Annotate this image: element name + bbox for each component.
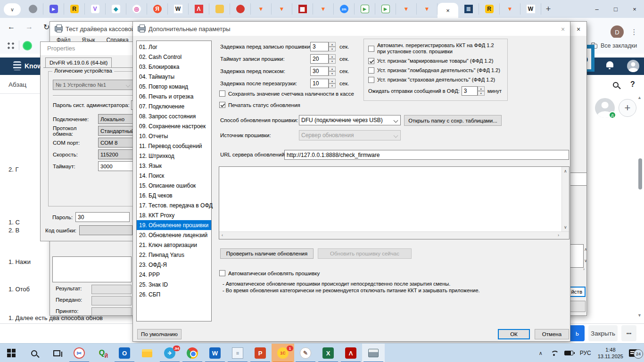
scroll-right-icon[interactable]: ›: [558, 233, 559, 238]
snipping-tool-button[interactable]: ✂: [68, 344, 91, 362]
vertical-scrollbar[interactable]: ∧ ∨: [561, 167, 569, 231]
category-list-item[interactable]: 15. Описание ошибок: [137, 181, 211, 190]
cancel-button[interactable]: Отмена: [535, 329, 569, 339]
outlook-button[interactable]: O: [113, 344, 136, 362]
setting-value[interactable]: 3000: [98, 161, 134, 171]
category-list-item[interactable]: 03. Блокировка: [137, 62, 211, 72]
scroll-down-icon[interactable]: ∨: [564, 225, 567, 230]
auto-update-checkbox[interactable]: [219, 270, 225, 276]
open-saved-tables-button[interactable]: Открыть папку с сохр. таблицами...: [404, 115, 502, 126]
back-button[interactable]: ←: [8, 23, 15, 31]
delay-input[interactable]: 3: [310, 42, 329, 51]
setting-value[interactable]: COM 8: [98, 138, 134, 148]
side-scroll-right-icon[interactable]: ›: [583, 267, 585, 272]
side-scroll-up-icon[interactable]: ∧: [584, 247, 587, 252]
spin-up-icon[interactable]: ▲: [329, 42, 336, 47]
firmware-source-select[interactable]: Сервер обновления: [299, 130, 401, 140]
ofd-wait-input[interactable]: 3: [462, 86, 478, 96]
battery-icon[interactable]: [564, 351, 573, 355]
acrobat-button[interactable]: Λ: [339, 344, 362, 362]
member-avatar[interactable]: д: [595, 98, 615, 118]
apps-grid-icon[interactable]: [7, 41, 14, 49]
spin-down-icon[interactable]: ▼: [329, 83, 336, 88]
page-close-button[interactable]: Закрыть: [588, 325, 618, 341]
spinner-control[interactable]: ▲▼: [329, 79, 336, 88]
window-minimize-button[interactable]: –: [587, 0, 606, 18]
excel-button[interactable]: X: [317, 344, 339, 362]
side-scroll-down-icon[interactable]: ∨: [584, 258, 587, 263]
dialog-titlebar[interactable]: Дополнительные параметры: [133, 22, 570, 36]
driver-test-close-icon[interactable]: ×: [574, 25, 583, 33]
page-more-button[interactable]: •••: [621, 325, 636, 341]
category-list-item[interactable]: 04. Таймауты: [137, 72, 211, 82]
category-list-item[interactable]: 11. Перевод сообщений: [137, 141, 211, 151]
word-button[interactable]: W: [204, 344, 226, 362]
tab-search-button[interactable]: ∨: [4, 3, 21, 16]
scroll-up-icon[interactable]: ∧: [564, 169, 567, 173]
reload-button[interactable]: ↻: [43, 23, 50, 32]
category-list-item[interactable]: 10. Отчеты: [137, 131, 211, 141]
browser-menu-icon[interactable]: ⋮: [630, 25, 638, 39]
ok-button[interactable]: ОК: [498, 329, 530, 339]
setting-value[interactable]: 115200: [98, 149, 134, 159]
category-list-item[interactable]: 22. Пинпад Yarus: [137, 250, 211, 260]
update-log-area[interactable]: ∧ ∨ ‹ ›: [219, 166, 570, 239]
window-maximize-button[interactable]: □: [606, 0, 625, 18]
spin-up-icon[interactable]: ▲: [329, 54, 336, 59]
horizontal-scrollbar[interactable]: ‹ ›: [219, 231, 569, 239]
category-list-item[interactable]: 02. Cash Control: [137, 52, 211, 62]
clock[interactable]: 1:4813.11.2025: [598, 346, 623, 360]
check-update-button[interactable]: Проверить наличие обновления: [220, 248, 314, 259]
driver-version-tab[interactable]: DrvFR v6.19.0.6 (64-bit): [45, 58, 112, 67]
print-status-checkbox[interactable]: [219, 102, 225, 108]
scroll-left-icon[interactable]: ‹: [222, 233, 223, 238]
active-tab[interactable]: ×: [438, 3, 458, 18]
taskbar-search-button[interactable]: [23, 344, 45, 362]
category-list-item[interactable]: 16. БД чеков: [137, 190, 211, 200]
ffd-checkbox[interactable]: [368, 46, 374, 52]
category-list-item[interactable]: 21. Ключ авторизации: [137, 240, 211, 250]
telegram-button[interactable]: ✈.94: [158, 344, 181, 362]
spin-up-icon[interactable]: ▲: [329, 66, 336, 71]
category-list-item[interactable]: 23. ОФД-Я: [137, 260, 211, 270]
category-list-item[interactable]: 01. Лог: [137, 42, 211, 52]
ffd-checkbox[interactable]: [368, 67, 374, 74]
spin-up-icon[interactable]: ▲: [478, 86, 485, 91]
close-tab-icon[interactable]: ×: [446, 7, 450, 14]
device-select[interactable]: № 1 Устройство №1: [53, 80, 133, 90]
spinner-control[interactable]: ▲▼: [329, 42, 336, 51]
category-list-item[interactable]: 25. Знак ID: [137, 280, 211, 289]
category-list-item[interactable]: 19. Обновление прошивки: [137, 220, 211, 230]
spinner-control[interactable]: ▲▼: [478, 86, 485, 96]
setting-value[interactable]: Локально: [98, 114, 134, 124]
category-list-item[interactable]: 12. Штрихкод: [137, 151, 211, 161]
help-icon[interactable]: ?: [630, 80, 635, 89]
page-scroll-down-icon[interactable]: ▼: [637, 313, 642, 318]
category-list-item[interactable]: 17. Тестов. передача в ОФД: [137, 200, 211, 210]
start-button[interactable]: [0, 344, 23, 362]
category-list-item[interactable]: 07. Подключение: [137, 101, 211, 111]
translator-button[interactable]: QЙ: [91, 344, 113, 362]
delay-input[interactable]: 30: [310, 66, 329, 76]
delay-input[interactable]: 10: [310, 79, 329, 88]
spin-down-icon[interactable]: ▼: [478, 91, 485, 96]
category-list-item[interactable]: 09. Сохранение настроек: [137, 121, 211, 131]
password-input[interactable]: 30: [75, 212, 130, 222]
category-list-item[interactable]: 08. Запрос состояния: [137, 111, 211, 121]
chrome-button[interactable]: [181, 344, 204, 362]
category-list-item[interactable]: 20. Обновление лицензий: [137, 230, 211, 240]
browser-profile-avatar[interactable]: D: [611, 25, 624, 39]
spinner-control[interactable]: ▲▼: [329, 54, 336, 64]
category-list-item[interactable]: 24. PPP: [137, 270, 211, 280]
spin-down-icon[interactable]: ▼: [329, 59, 336, 64]
page-scroll-up-icon[interactable]: ▲: [637, 95, 642, 100]
driver-test-taskbar-button[interactable]: [362, 344, 385, 362]
powerpoint-button[interactable]: P: [249, 344, 272, 362]
page-scrollbar-thumb[interactable]: [638, 158, 642, 189]
update-server-url-input[interactable]: http://127.0.0.1:8888/check_firmware: [284, 150, 569, 160]
wifi-icon[interactable]: [550, 350, 558, 356]
ffd-checkbox[interactable]: [368, 58, 374, 64]
delay-input[interactable]: 20: [310, 54, 329, 64]
category-list-item[interactable]: 05. Повтор команд: [137, 82, 211, 91]
category-list-item[interactable]: 26. СБП: [137, 289, 211, 299]
